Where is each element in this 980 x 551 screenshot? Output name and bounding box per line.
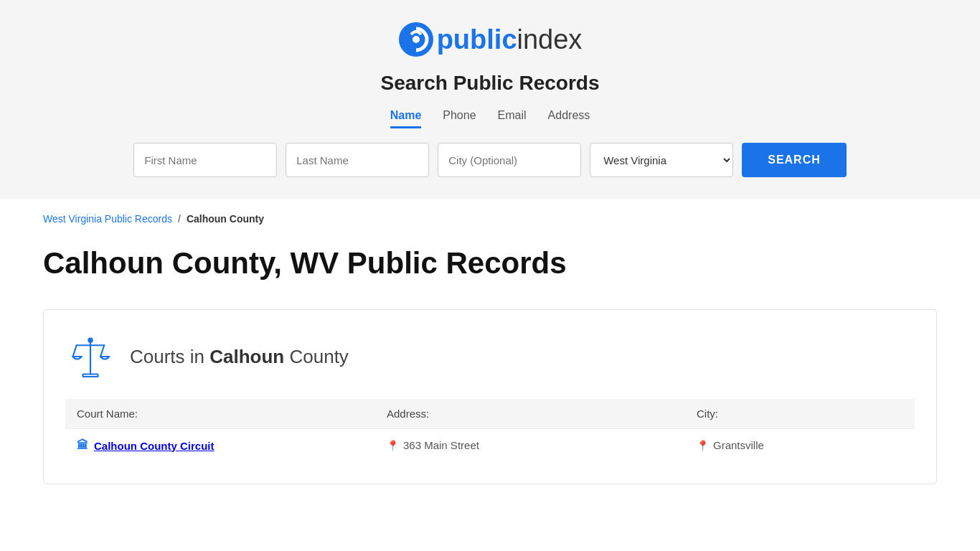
state-select[interactable]: West Virginia Alabama Alaska Arizona Ark… (590, 143, 733, 177)
court-name-link[interactable]: Calhoun County Circuit (94, 440, 215, 452)
tabs-container: Name Phone Email Address (390, 109, 590, 128)
first-name-input[interactable] (133, 143, 277, 177)
breadcrumb-separator: / (178, 213, 181, 225)
courts-section-title: Courts in Calhoun County (130, 346, 349, 368)
search-title: Search Public Records (380, 72, 599, 95)
courts-table-header: Court Name: Address: City: (65, 399, 915, 428)
header-court-name: Court Name: (77, 408, 387, 420)
breadcrumb: West Virginia Public Records / Calhoun C… (43, 213, 937, 225)
svg-line-5 (73, 345, 77, 357)
court-address-cell: 📍 363 Main Street (387, 439, 697, 451)
court-building-icon: 🏛 (77, 439, 88, 452)
svg-point-1 (413, 36, 420, 43)
svg-line-7 (100, 345, 104, 357)
courts-section: Courts in Calhoun County Court Name: Add… (43, 309, 937, 484)
court-city-cell: 📍 Grantsville (697, 439, 903, 451)
page-title: Calhoun County, WV Public Records (43, 246, 937, 281)
tab-phone[interactable]: Phone (443, 109, 476, 128)
courts-icon (65, 331, 116, 382)
header-section: publicindex Search Public Records Name P… (0, 0, 980, 199)
city-input[interactable] (438, 143, 581, 177)
courts-section-header: Courts in Calhoun County (65, 331, 915, 382)
header-address: Address: (387, 408, 697, 420)
search-form: West Virginia Alabama Alaska Arizona Ark… (133, 143, 847, 177)
tab-name[interactable]: Name (390, 109, 422, 128)
location-pin-icon: 📍 (387, 440, 399, 451)
logo-text: publicindex (437, 24, 583, 55)
svg-point-9 (88, 339, 92, 342)
last-name-input[interactable] (286, 143, 429, 177)
tab-address[interactable]: Address (548, 109, 590, 128)
main-content: West Virginia Public Records / Calhoun C… (0, 199, 980, 551)
breadcrumb-current: Calhoun County (187, 213, 264, 225)
tab-email[interactable]: Email (498, 109, 527, 128)
court-name-cell[interactable]: 🏛 Calhoun County Circuit (77, 439, 387, 452)
publicindex-logo-icon (398, 22, 434, 57)
logo-container[interactable]: publicindex (398, 22, 583, 57)
search-button[interactable]: SEARCH (742, 143, 847, 177)
breadcrumb-link[interactable]: West Virginia Public Records (43, 213, 172, 225)
header-city: City: (697, 408, 903, 420)
table-row: 🏛 Calhoun County Circuit 📍 363 Main Stre… (65, 428, 915, 462)
city-pin-icon: 📍 (697, 440, 709, 451)
